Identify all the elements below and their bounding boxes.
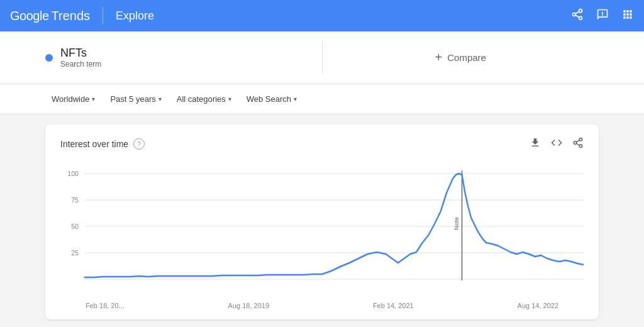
filter-category[interactable]: All categories ▾ <box>170 91 238 108</box>
filter-category-label: All categories <box>177 94 226 104</box>
compare-label: Compare <box>447 52 486 63</box>
explore-label: Explore <box>116 9 154 23</box>
help-icon-label: ? <box>137 140 141 148</box>
svg-text:100: 100 <box>67 170 79 177</box>
chart-container: Interest over time ? <box>45 125 599 319</box>
compare-box[interactable]: + Compare <box>323 42 599 74</box>
chart-title: Interest over time <box>60 139 128 149</box>
filter-location-label: Worldwide <box>52 94 89 104</box>
search-area: NFTs Search term + Compare <box>0 31 644 84</box>
chart-actions <box>530 137 584 151</box>
chart-share-icon[interactable] <box>572 137 584 151</box>
app-header: Google Trends Explore <box>0 0 644 31</box>
svg-rect-6 <box>602 14 603 16</box>
svg-line-3 <box>575 15 579 17</box>
trend-chart-wrap: 100 75 50 25 Note <box>60 161 584 299</box>
compare-plus: + <box>435 50 443 65</box>
trends-logo-text: Trends <box>52 9 91 23</box>
filter-searchtype[interactable]: Web Search ▾ <box>240 91 303 108</box>
svg-text:75: 75 <box>71 196 79 204</box>
svg-text:Note: Note <box>453 216 460 230</box>
term-color-dot <box>45 54 53 62</box>
x-label-1: Aug 18, 2019 <box>228 302 269 309</box>
header-divider <box>103 7 103 25</box>
feedback-icon[interactable] <box>596 8 609 24</box>
share-icon[interactable] <box>571 8 584 24</box>
chart-header: Interest over time ? <box>60 137 584 151</box>
filter-timerange-label: Past 5 years <box>110 94 155 104</box>
search-term-box: NFTs Search term <box>45 42 322 74</box>
x-label-3: Aug 14, 2022 <box>518 302 558 309</box>
svg-line-11 <box>576 140 579 142</box>
filter-timerange-arrow: ▾ <box>158 96 162 103</box>
x-label-0: Feb 18, 20... <box>86 302 125 309</box>
google-logo-text: Google <box>10 9 49 23</box>
svg-line-4 <box>575 11 579 13</box>
apps-icon[interactable] <box>621 8 634 24</box>
svg-text:50: 50 <box>71 223 79 230</box>
filter-location[interactable]: Worldwide ▾ <box>45 91 101 108</box>
x-axis-labels: Feb 18, 20... Aug 18, 2019 Feb 14, 2021 … <box>60 299 584 309</box>
help-icon[interactable]: ? <box>133 138 145 150</box>
svg-rect-5 <box>602 11 603 14</box>
header-icons <box>571 8 634 24</box>
term-name: NFTs <box>60 47 101 60</box>
chart-area: Interest over time ? <box>0 114 644 327</box>
google-trends-logo: Google Trends <box>10 9 90 23</box>
filters-bar: Worldwide ▾ Past 5 years ▾ All categorie… <box>0 84 644 114</box>
download-icon[interactable] <box>530 137 541 151</box>
filter-category-arrow: ▾ <box>228 96 231 103</box>
filter-location-arrow: ▾ <box>92 96 95 103</box>
trend-chart: 100 75 50 25 Note <box>60 161 584 299</box>
term-info: NFTs Search term <box>60 47 101 69</box>
svg-text:25: 25 <box>71 249 79 257</box>
filter-searchtype-arrow: ▾ <box>294 96 297 103</box>
svg-line-10 <box>576 143 579 145</box>
filter-timerange[interactable]: Past 5 years ▾ <box>104 91 167 108</box>
filter-searchtype-label: Web Search <box>247 94 291 104</box>
embed-icon[interactable] <box>551 137 562 151</box>
x-label-2: Feb 14, 2021 <box>373 302 414 309</box>
chart-title-area: Interest over time ? <box>60 138 145 150</box>
term-type: Search term <box>60 60 101 69</box>
